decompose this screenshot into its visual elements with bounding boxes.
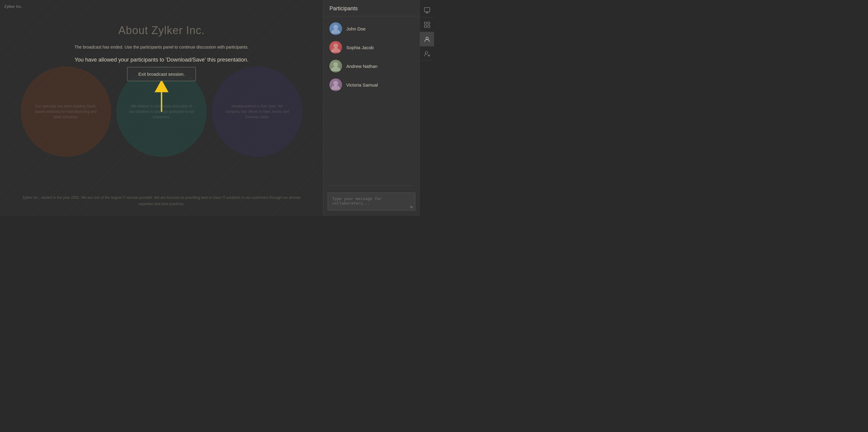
svg-rect-10 bbox=[428, 22, 430, 24]
avatar bbox=[330, 22, 342, 35]
participant-item[interactable]: Sophia Jacob bbox=[323, 38, 420, 57]
brand-logo: Zylker Inc. bbox=[4, 4, 22, 9]
participant-name: Victoria Samual bbox=[346, 82, 378, 87]
add-participant-icon[interactable] bbox=[420, 47, 434, 61]
participants-list: John DoeSophia JacobAndrew NathanVictori… bbox=[323, 16, 420, 182]
circle-3: Headquartered in San Jose, the company h… bbox=[212, 66, 302, 157]
slides-icon[interactable] bbox=[420, 3, 434, 18]
participant-item[interactable]: Victoria Samual bbox=[323, 76, 420, 94]
avatar bbox=[330, 79, 342, 91]
svg-point-14 bbox=[425, 52, 428, 54]
participants-icon[interactable] bbox=[420, 32, 434, 47]
participant-name: Sophia Jacob bbox=[346, 45, 374, 50]
svg-marker-1 bbox=[155, 80, 168, 92]
svg-point-4 bbox=[333, 62, 338, 67]
participant-item[interactable]: Andrew Nathan bbox=[323, 57, 420, 76]
broadcast-ended-message: The broadcast has ended. Use the partici… bbox=[0, 45, 323, 50]
icon-bar bbox=[420, 0, 434, 216]
svg-rect-11 bbox=[424, 25, 427, 27]
svg-point-3 bbox=[333, 44, 338, 48]
svg-point-2 bbox=[333, 25, 338, 30]
sidebar-title: Participants bbox=[330, 5, 413, 12]
participants-sidebar: Participants John DoeSophia JacobAndrew … bbox=[323, 0, 420, 216]
sidebar-header: Participants bbox=[323, 0, 420, 16]
svg-rect-12 bbox=[428, 25, 430, 27]
chat-send-button[interactable]: » bbox=[410, 204, 413, 210]
exit-broadcast-button[interactable]: Exit broadcast session. bbox=[127, 67, 196, 81]
participant-name: John Doe bbox=[346, 26, 366, 31]
svg-point-5 bbox=[333, 81, 338, 86]
divider bbox=[330, 185, 413, 186]
presentation-area: Zylker Inc. About Zylker Inc. The broadc… bbox=[0, 0, 323, 216]
chat-input[interactable] bbox=[328, 193, 415, 210]
avatar bbox=[330, 41, 342, 54]
svg-rect-6 bbox=[424, 7, 430, 12]
download-notice: You have allowed your participants to 'D… bbox=[0, 57, 323, 63]
arrow-indicator bbox=[151, 77, 172, 114]
participant-name: Andrew Nathan bbox=[346, 64, 377, 69]
grid-icon[interactable] bbox=[420, 18, 434, 32]
svg-rect-9 bbox=[424, 22, 427, 24]
participant-item[interactable]: John Doe bbox=[323, 19, 420, 38]
chat-input-area: » bbox=[323, 189, 420, 216]
svg-point-13 bbox=[426, 37, 428, 39]
slide-title: About Zylker Inc. bbox=[0, 24, 323, 37]
avatar bbox=[330, 60, 342, 73]
slide-footer: Zylker Inc., started in the year 2002. W… bbox=[18, 195, 305, 207]
circle-1: Our specialty has been building SaaS-bas… bbox=[21, 66, 111, 157]
